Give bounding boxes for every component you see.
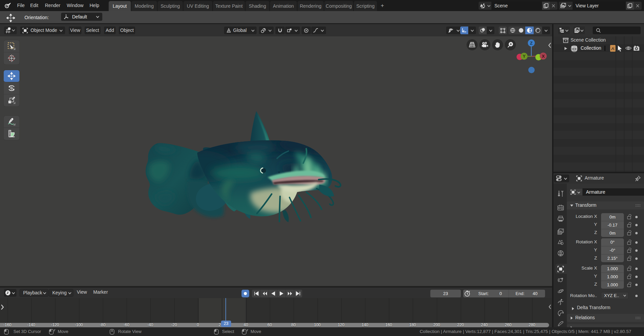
svg-text:X: X [542,54,545,59]
svg-text:Y: Y [523,54,526,59]
svg-text:Z: Z [530,41,533,46]
